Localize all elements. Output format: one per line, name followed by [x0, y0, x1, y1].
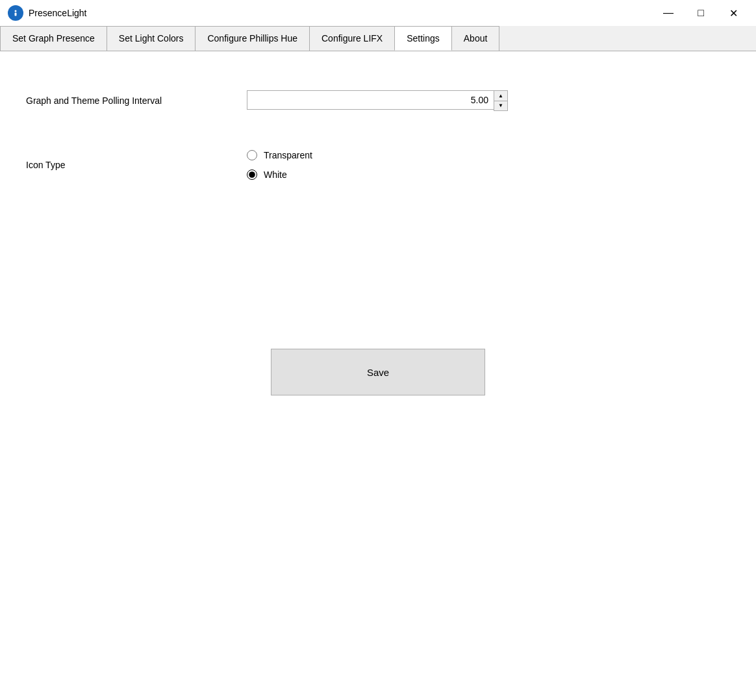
tab-configure-phillips-hue[interactable]: Configure Phillips Hue	[195, 26, 310, 51]
app-title: PresenceLight	[29, 8, 87, 18]
radio-option-white[interactable]: White	[247, 169, 312, 180]
radio-white-label: White	[264, 169, 287, 180]
svg-point-1	[15, 10, 17, 12]
polling-interval-label: Graph and Theme Polling Interval	[26, 95, 247, 106]
spinner-up-button[interactable]: ▲	[494, 91, 507, 101]
icon-type-row: Icon Type Transparent White	[26, 150, 730, 180]
tab-settings[interactable]: Settings	[394, 26, 452, 51]
polling-interval-input[interactable]	[247, 90, 494, 110]
tab-set-light-colors[interactable]: Set Light Colors	[107, 26, 196, 51]
spinner-buttons: ▲ ▼	[494, 90, 508, 111]
radio-transparent-label: Transparent	[264, 150, 312, 160]
radio-transparent[interactable]	[247, 150, 257, 160]
polling-interval-spinner: ▲ ▼	[247, 90, 508, 111]
save-button[interactable]: Save	[271, 349, 485, 395]
maximize-button[interactable]: □	[686, 3, 716, 23]
close-button[interactable]: ✕	[718, 3, 748, 23]
title-bar-controls: — □ ✕	[653, 3, 748, 23]
main-content: Graph and Theme Polling Interval ▲ ▼ Ico…	[0, 51, 756, 698]
spinner-down-button[interactable]: ▼	[494, 101, 507, 110]
radio-option-transparent[interactable]: Transparent	[247, 150, 312, 160]
title-bar-left: PresenceLight	[8, 5, 87, 21]
radio-white[interactable]	[247, 169, 257, 180]
minimize-button[interactable]: —	[653, 3, 683, 23]
polling-interval-row: Graph and Theme Polling Interval ▲ ▼	[26, 90, 730, 111]
title-bar: PresenceLight — □ ✕	[0, 0, 756, 26]
icon-type-radio-group: Transparent White	[247, 150, 312, 180]
icon-type-label: Icon Type	[26, 160, 247, 170]
app-icon	[8, 5, 23, 21]
tab-bar: Set Graph Presence Set Light Colors Conf…	[0, 26, 756, 51]
tab-set-graph-presence[interactable]: Set Graph Presence	[0, 26, 107, 51]
tab-about[interactable]: About	[451, 26, 500, 51]
tab-configure-lifx[interactable]: Configure LIFX	[309, 26, 395, 51]
save-section: Save	[26, 349, 730, 395]
svg-rect-2	[15, 13, 17, 16]
